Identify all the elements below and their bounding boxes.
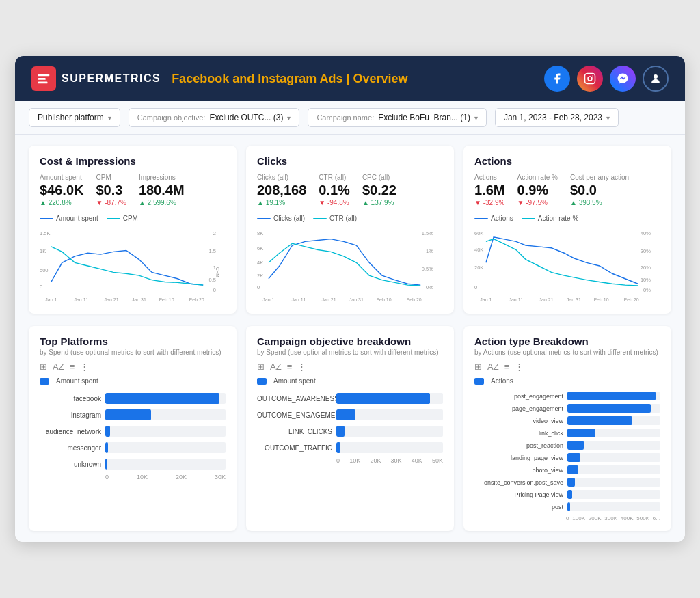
bar-track-page-engagement [567,404,660,413]
line-chart-actions: 60K 40K 20K 0 40% 30% 20% 10% 0% Jan 1 [474,225,660,307]
card-cost-impressions: Cost & Impressions Amount spent $46.0K ▲… [29,146,237,314]
bar-row-outcome-awareness: OUTCOME_AWARENESS [257,393,443,404]
svg-text:1.5K: 1.5K [40,230,50,236]
panel-top-platforms-controls: ⊞ AZ ≡ ⋮ [40,362,226,372]
messenger-icon[interactable] [610,66,636,92]
filter-date-range-value: Jan 1, 2023 - Feb 28, 2023 [504,113,602,122]
legend-dot-actions-blue [474,218,488,219]
az-icon-2[interactable]: AZ [270,362,282,372]
audience-icon[interactable] [643,66,669,92]
more-icon-3[interactable]: ⋮ [515,362,524,372]
sort-icon-3[interactable]: ⊞ [474,362,482,372]
bar-fill-outcome-awareness [336,393,430,404]
az-icon-1[interactable]: AZ [53,362,64,372]
bar-row-facebook: facebook [40,393,226,404]
metric-amount-spent-label: Amount spent [40,174,84,181]
svg-text:Feb 10: Feb 10 [159,297,174,302]
bar-label-link-clicks: LINK_CLICKS [257,428,332,435]
more-icon-2[interactable]: ⋮ [297,362,306,372]
az-icon-3[interactable]: AZ [487,362,499,372]
bar-row-audience-network: audience_network [40,426,226,437]
bar-label-post-reaction: post_reaction [474,442,563,449]
svg-text:1.5: 1.5 [208,248,215,254]
metric-cost-per-action-label: Cost per any action [570,174,629,181]
bar-row-landing-page-view: landing_page_view [474,453,660,462]
bottom-section: Top Platforms by Spend (use optional met… [29,326,671,531]
panel-action-type: Action type Breakdown by Actions (use op… [463,326,671,531]
bar-row-onsite-conversion: onsite_conversion.post_save [474,478,660,487]
legend-dot-blue [40,218,53,219]
header-title-text: Facebook and Instagram Ads | [172,72,353,85]
filter-icon-3[interactable]: ≡ [504,362,510,372]
filter-date-range[interactable]: Jan 1, 2023 - Feb 28, 2023 ▾ [495,108,619,127]
svg-text:Jan 1: Jan 1 [45,297,57,302]
bar-fill-link-click [567,429,595,437]
legend-ctr-all-label: CTR (all) [329,215,357,222]
svg-text:60K: 60K [474,230,483,236]
svg-text:Jan 31: Jan 31 [567,297,581,302]
panel-campaign-objective-title: Campaign objective breakdown [257,336,443,347]
bar-label-link-click: link_click [474,430,563,437]
metric-action-rate: Action rate % 0.9% ▼ -97.5% [517,174,557,206]
x-label-10k-c: 10K [349,457,360,464]
filter-campaign-objective-value: Exclude OUTC... (3) [209,113,283,122]
metric-impressions: Impressions 180.4M ▲ 2,599.6% [139,174,185,206]
x-label-0-a: 0 [566,515,569,521]
metric-cost-per-action-change: ▲ 393.5% [570,199,629,206]
more-icon-1[interactable]: ⋮ [80,362,89,372]
panel-top-platforms-subtitle: by Spend (use optional metrics to sort w… [40,349,226,356]
bar-fill-audience-network [105,426,110,437]
bar-track-outcome-awareness [336,393,443,404]
facebook-icon[interactable] [544,66,570,92]
svg-text:Feb 10: Feb 10 [594,297,609,302]
filter-campaign-objective-label: Campaign objective: [137,113,206,122]
bar-row-outcome-traffic: OUTCOME_TRAFFIC [257,442,443,453]
bar-fill-video-view [567,416,632,425]
sort-icon-2[interactable]: ⊞ [257,362,265,372]
filter-icon-2[interactable]: ≡ [287,362,293,372]
svg-text:Feb 20: Feb 20 [407,297,422,302]
metric-amount-spent-value: $46.0K [40,182,84,198]
panel-campaign-objective-controls: ⊞ AZ ≡ ⋮ [257,362,443,372]
legend-dot-cyan [107,218,120,219]
svg-rect-1 [38,78,46,80]
bar-track-outcome-traffic [336,442,443,453]
bar-chart-campaign: OUTCOME_AWARENESS OUTCOME_ENGAGEMENT LIN… [257,390,443,453]
bar-legend-box-3 [474,378,484,385]
card-clicks: Clicks Clicks (all) 208,168 ▲ 19.1% CTR … [246,146,454,314]
metric-amount-spent-change: ▲ 220.8% [40,199,84,206]
metric-cpm-value: $0.3 [96,182,126,198]
svg-text:8K: 8K [257,230,263,236]
card-actions: Actions Actions 1.6M ▼ -32.9% Action rat… [463,146,671,314]
bar-label-facebook: facebook [40,395,101,403]
bar-track-post-reaction [567,441,660,450]
filter-icon-1[interactable]: ≡ [70,362,75,372]
filter-campaign-objective[interactable]: Campaign objective: Exclude OUTC... (3) … [129,108,300,127]
chart-legend-cost: Amount spent CPM [40,215,226,222]
bar-row-instagram: instagram [40,409,226,420]
bar-legend-2: Amount spent [257,377,443,385]
metric-cpm-change: ▼ -87.7% [96,199,126,206]
svg-text:Feb 20: Feb 20 [189,297,204,302]
bar-legend-3: Actions [474,377,660,385]
bar-fill-landing-page-view [567,453,580,462]
sort-icon-1[interactable]: ⊞ [40,362,47,372]
filter-publisher-platform[interactable]: Publisher platform ▾ [29,108,120,127]
svg-rect-3 [585,74,595,84]
logo-svg [36,71,51,86]
bar-legend-label-3: Actions [491,377,513,385]
bar-label-landing-page-view: landing_page_view [474,454,563,461]
header-title: Facebook and Instagram Ads | Overview [172,72,408,86]
svg-text:40K: 40K [474,247,483,253]
bar-label-outcome-traffic: OUTCOME_TRAFFIC [257,444,332,452]
bar-row-photo-view: photo_view [474,465,660,474]
header-icons [544,66,669,92]
instagram-icon[interactable] [577,66,603,92]
bar-track-instagram [105,409,226,420]
bar-chart-action-type: post_engagement page_engagement video_vi… [474,389,660,511]
metric-actions-label: Actions [474,174,504,181]
filter-campaign-name[interactable]: Campaign name: Exclude BoFu_Bran... (1) … [308,108,487,127]
metric-impressions-label: Impressions [139,174,185,181]
bar-label-instagram: instagram [40,411,101,419]
svg-text:Jan 31: Jan 31 [349,297,364,302]
